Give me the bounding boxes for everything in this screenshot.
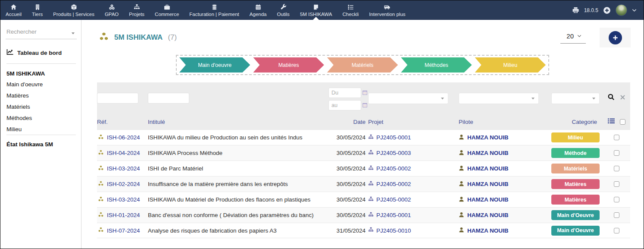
sidebar-search-input[interactable] <box>6 28 67 35</box>
table-row[interactable]: ISH-04-2024 ISHIKAWA Process Méthode 30/… <box>97 145 630 161</box>
user-icon <box>459 165 464 172</box>
pilot-link[interactable]: HAMZA NOUIB <box>467 150 509 156</box>
pilot-link[interactable]: HAMZA NOUIB <box>467 181 509 187</box>
project-link[interactable]: PJ2405-0002 <box>376 196 411 203</box>
table-row[interactable]: ISH-07-2024 Analyse des risques de fabri… <box>97 223 630 238</box>
ref-link[interactable]: ISH-01-2024 <box>107 212 140 218</box>
ref-link[interactable]: ISH-02-2024 <box>107 181 140 187</box>
home-icon <box>10 4 17 10</box>
nav-item-intervention-plus[interactable]: Intervention plus <box>364 0 410 20</box>
nav-item-outils[interactable]: Outils <box>272 0 294 20</box>
category-badge: Milieu <box>551 132 600 142</box>
pilot-link[interactable]: HAMZA NOUIB <box>467 134 509 141</box>
step-main-doeuvre[interactable]: Main d'oeuvre <box>179 57 250 72</box>
category-filter-select[interactable] <box>551 93 600 104</box>
pilot-filter-select[interactable] <box>459 93 539 104</box>
search-button[interactable] <box>608 94 615 101</box>
project-link[interactable]: PJ2405-0010 <box>376 227 411 234</box>
plus-circle-icon[interactable] <box>603 6 611 14</box>
table-row[interactable]: ISH-06-2024 ISHIKAWA du milieu de Produc… <box>97 129 630 145</box>
row-checkbox[interactable] <box>614 197 619 202</box>
ref-link[interactable]: ISH-04-2024 <box>107 150 140 156</box>
table-row[interactable]: ISH-02-2024 Insuffisance de la matière p… <box>97 176 630 192</box>
sidebar-item-matieres[interactable]: Matières <box>6 90 77 101</box>
nav-item-gpao[interactable]: GPAO <box>100 0 124 20</box>
ref-link[interactable]: ISH-03-2024 <box>107 196 140 203</box>
calendar-picker-icon[interactable] <box>363 101 367 109</box>
row-date: 30/05/2024 <box>321 212 368 218</box>
nav-item-commerce[interactable]: Commerce <box>150 0 184 20</box>
page-size-select[interactable]: 20 <box>560 32 586 44</box>
ref-filter-input[interactable] <box>97 93 138 104</box>
table-row[interactable]: ISH-03-2024 ISHIKAWA du Matériel de Prod… <box>97 192 630 207</box>
table-row[interactable]: ISH-01-2024 Banc d'essai non conforme ( … <box>97 207 630 223</box>
chevron-down-icon[interactable] <box>632 9 637 12</box>
truck-icon <box>384 4 391 10</box>
ref-link[interactable]: ISH-07-2024 <box>107 227 140 234</box>
nav-item-accueil[interactable]: Accueil <box>0 0 27 20</box>
column-header-projet[interactable]: Projet <box>368 119 459 125</box>
table-row[interactable]: ISH-03-2024 ISHI de Parc Matériel 30/05/… <box>97 161 630 176</box>
cubes-gold-icon <box>98 227 104 234</box>
step-materiels[interactable]: Matériels <box>327 57 398 72</box>
add-record-button[interactable] <box>609 31 622 44</box>
column-header-ref[interactable]: Réf. <box>97 119 148 125</box>
step-methodes[interactable]: Méthodes <box>401 57 472 72</box>
briefcase-icon <box>164 4 170 10</box>
pilot-link[interactable]: HAMZA NOUIB <box>467 212 509 218</box>
pilot-link[interactable]: HAMZA NOUIB <box>467 165 509 172</box>
date-from-input[interactable] <box>328 88 361 98</box>
sidebar-item-materiels[interactable]: Matériels <box>6 101 77 112</box>
step-matieres[interactable]: Matières <box>253 57 324 72</box>
row-title: ISHIKAWA Process Méthode <box>148 150 321 156</box>
sidebar-item-etat-ishikawa[interactable]: État Ishikawa 5M <box>6 135 77 154</box>
sidebar-item-methodes[interactable]: Méthodes <box>6 112 77 123</box>
column-header-categorie[interactable]: Categorie <box>547 119 603 125</box>
column-header-date[interactable]: Date <box>321 119 368 125</box>
nav-item-5m-ishikawa[interactable]: 5M ISHIKAWA <box>295 0 338 20</box>
row-checkbox[interactable] <box>614 166 619 171</box>
nav-item-tiers[interactable]: Tiers <box>27 0 48 20</box>
project-link[interactable]: PJ2405-0002 <box>376 165 411 172</box>
date-to-input[interactable] <box>328 100 361 110</box>
dashboard-label: Tableau de bord <box>17 50 62 56</box>
pilot-link[interactable]: HAMZA NOUIB <box>467 227 509 234</box>
nav-item-facturation-paiement[interactable]: Facturation | Paiement <box>184 0 244 20</box>
row-checkbox[interactable] <box>614 150 619 156</box>
column-header-pilote[interactable]: Pilote <box>459 119 547 125</box>
ref-link[interactable]: ISH-03-2024 <box>107 165 140 172</box>
project-link[interactable]: PJ2405-0001 <box>376 134 411 141</box>
row-checkbox[interactable] <box>614 181 619 187</box>
box-icon <box>71 4 77 10</box>
column-header-intitule[interactable]: Intitulé <box>148 119 321 125</box>
nav-item-label: Facturation | Paiement <box>189 12 239 17</box>
ref-link[interactable]: ISH-06-2024 <box>107 134 140 141</box>
row-checkbox[interactable] <box>614 228 619 233</box>
search-icon <box>608 94 615 101</box>
cubes-gold-icon <box>98 150 104 157</box>
project-link[interactable]: PJ2405-0002 <box>376 181 411 187</box>
clear-filter-button[interactable] <box>620 95 625 100</box>
project-filter-select[interactable] <box>368 93 448 104</box>
title-filter-input[interactable] <box>148 93 189 104</box>
sidebar-item-main-doeuvre[interactable]: Main d'oeuvre <box>6 79 77 90</box>
user-avatar[interactable] <box>616 4 627 16</box>
nav-item-label: 5M ISHIKAWA <box>300 12 332 17</box>
step-milieu[interactable]: Milieu <box>475 57 546 72</box>
nav-item-agenda[interactable]: Agenda <box>244 0 272 20</box>
nav-item-produits-services[interactable]: Produits | Services <box>48 0 100 20</box>
print-icon[interactable] <box>572 6 579 14</box>
project-link[interactable]: PJ2405-0001 <box>376 212 411 218</box>
project-link[interactable]: PJ2405-0003 <box>376 150 411 156</box>
sidebar-item-dashboard[interactable]: Tableau de bord <box>6 46 77 63</box>
select-all-checkbox[interactable] <box>620 119 625 125</box>
search-caret-icon[interactable] <box>71 29 75 37</box>
row-checkbox[interactable] <box>614 135 619 140</box>
nav-item-projets[interactable]: Projets <box>124 0 150 20</box>
calendar-picker-icon[interactable] <box>363 89 367 97</box>
sidebar-item-milieu[interactable]: Milieu <box>6 123 77 135</box>
row-checkbox[interactable] <box>614 212 619 218</box>
nav-item-checkli[interactable]: Checkli <box>337 0 364 20</box>
pilot-link[interactable]: HAMZA NOUIB <box>467 196 509 203</box>
list-view-icon[interactable] <box>608 118 615 125</box>
